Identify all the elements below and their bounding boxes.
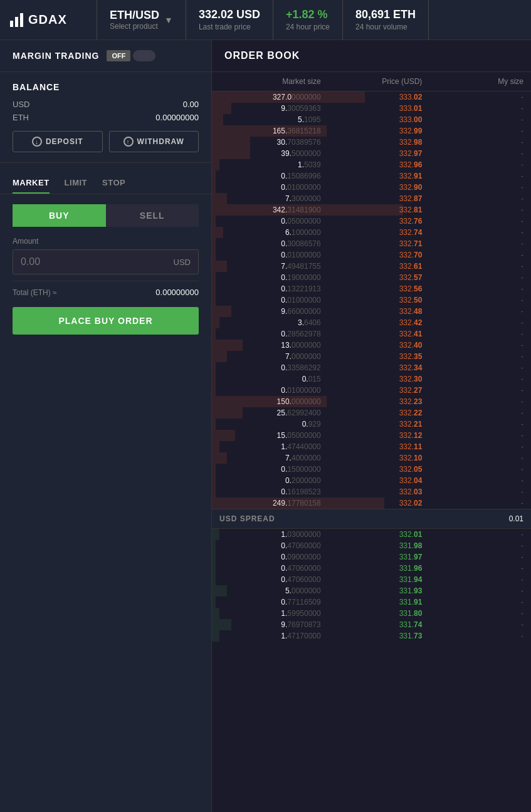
order-row[interactable]: 0.77116509331.91- (212, 596, 531, 608)
cell-price: 333.01 (321, 104, 423, 113)
order-row[interactable]: 0.15000000332.05- (212, 464, 531, 475)
cell-my: - (422, 609, 523, 618)
order-row[interactable]: 0.2000000332.04- (212, 475, 531, 486)
order-row[interactable]: 0.33586292332.34- (212, 362, 531, 373)
withdraw-button[interactable]: ↑ WITHDRAW (109, 131, 199, 152)
order-row[interactable]: 1.59950000331.80- (212, 608, 531, 619)
order-row[interactable]: 6.1000000332.74- (212, 227, 531, 238)
order-row[interactable]: 7.0000000332.35- (212, 351, 531, 362)
cell-market: 1.03000000 (219, 530, 321, 539)
margin-trading-label: MARGIN TRADING (13, 51, 99, 61)
spread-label: USD SPREAD (219, 514, 275, 523)
tab-limit[interactable]: LIMIT (65, 173, 87, 194)
product-selector[interactable]: ETH/USD Select product ▼ (97, 0, 186, 39)
order-row[interactable]: 5.0000000331.93- (212, 585, 531, 596)
cell-price: 332.40 (321, 341, 423, 350)
order-row[interactable]: 25.62992400332.22- (212, 407, 531, 419)
order-row[interactable]: 9.76970873331.74- (212, 619, 531, 630)
order-row[interactable]: 150.0000000332.23- (212, 396, 531, 407)
order-row[interactable]: 9.30059363333.01- (212, 103, 531, 114)
order-row[interactable]: 1.47170000331.73- (212, 630, 531, 642)
tab-stop[interactable]: STOP (102, 173, 125, 194)
order-row[interactable]: 0.13221913332.56- (212, 283, 531, 294)
order-row[interactable]: 327.00000000333.02- (212, 91, 531, 103)
margin-toggle-switch[interactable] (133, 50, 155, 61)
product-label: Select product (110, 22, 159, 31)
cell-market: 0.33586292 (219, 363, 321, 372)
volume-value: 80,691 ETH (355, 8, 416, 21)
order-row[interactable]: 0.01000000332.50- (212, 294, 531, 306)
order-row[interactable]: 0.15086996332.91- (212, 170, 531, 182)
order-row[interactable]: 7.49481755332.61- (212, 261, 531, 272)
order-row[interactable]: 0.01000000332.90- (212, 182, 531, 193)
order-book-title: ORDER BOOK (224, 50, 300, 61)
eth-currency: ETH (13, 113, 29, 122)
cell-my: - (422, 420, 523, 429)
cell-my: - (422, 318, 523, 327)
order-row[interactable]: 0.47060000331.94- (212, 574, 531, 585)
order-row[interactable]: 0.47060000331.98- (212, 540, 531, 551)
order-row[interactable]: 0.01000000332.27- (212, 385, 531, 396)
withdraw-icon: ↑ (124, 137, 134, 147)
app-header: GDAX ETH/USD Select product ▼ 332.02 USD… (0, 0, 531, 40)
order-row[interactable]: 7.4000000332.10- (212, 452, 531, 464)
cell-my: - (422, 206, 523, 214)
column-headers: Market size Price (USD) My size (212, 72, 531, 91)
order-row[interactable]: 15.05000000332.12- (212, 430, 531, 441)
order-row[interactable]: 0.01000000332.70- (212, 249, 531, 261)
order-row[interactable]: 0.16198523332.03- (212, 486, 531, 497)
order-row[interactable]: 5.1095333.00- (212, 114, 531, 125)
cell-market: 0.015 (219, 375, 321, 383)
amount-label: Amount (13, 237, 199, 246)
cell-market: 0.15000000 (219, 465, 321, 474)
order-row[interactable]: 249.17780158332.02- (212, 497, 531, 509)
cell-market: 0.01000000 (219, 251, 321, 259)
sell-button[interactable]: SELL (106, 204, 199, 227)
cell-price: 332.48 (321, 307, 423, 316)
cell-price: 332.10 (321, 454, 423, 462)
cell-market: 0.47060000 (219, 564, 321, 573)
toggle-off-label[interactable]: OFF (107, 50, 130, 61)
place-order-button[interactable]: PLACE BUY ORDER (13, 307, 199, 335)
tab-market[interactable]: MARKET (13, 173, 50, 194)
withdraw-label: WITHDRAW (137, 137, 184, 146)
order-row[interactable]: 0.47060000331.96- (212, 563, 531, 574)
order-row[interactable]: 0.28562978332.41- (212, 328, 531, 340)
cell-price: 332.90 (321, 183, 423, 192)
main-layout: MARGIN TRADING OFF BALANCE USD 0.00 ETH … (0, 40, 531, 812)
order-row[interactable]: 342.31481900332.81- (212, 204, 531, 216)
cell-my: - (422, 620, 523, 629)
amount-input[interactable] (13, 250, 174, 274)
order-row[interactable]: 0.19000000332.57- (212, 272, 531, 283)
order-row[interactable]: 30.70389576332.98- (212, 137, 531, 148)
cell-my: - (422, 228, 523, 237)
cell-market: 0.30086576 (219, 239, 321, 248)
order-row[interactable]: 1.47440000332.11- (212, 441, 531, 452)
buy-button[interactable]: BUY (13, 204, 106, 227)
order-row[interactable]: 1.03000000332.01- (212, 529, 531, 540)
product-name: ETH/USD (110, 9, 159, 22)
order-row[interactable]: 165.36815218332.99- (212, 125, 531, 137)
order-row[interactable]: 7.3000000332.87- (212, 193, 531, 204)
cell-my: - (422, 465, 523, 474)
order-row[interactable]: 0.05000000332.76- (212, 216, 531, 227)
cell-market: 0.16198523 (219, 487, 321, 496)
usd-currency: USD (13, 100, 29, 109)
order-row[interactable]: 3.6406332.42- (212, 317, 531, 328)
cell-price: 332.74 (321, 228, 423, 237)
order-row[interactable]: 0.30086576332.71- (212, 238, 531, 249)
order-row[interactable]: 13.0000000332.40- (212, 340, 531, 351)
deposit-button[interactable]: ↓ DEPOSIT (13, 131, 103, 152)
cell-my: - (422, 564, 523, 573)
cell-market: 9.66000000 (219, 307, 321, 316)
cell-price: 332.03 (321, 487, 423, 496)
order-row[interactable]: 0.09000000331.97- (212, 551, 531, 563)
cell-my: - (422, 487, 523, 496)
order-row[interactable]: 0.015332.30- (212, 373, 531, 385)
order-row[interactable]: 9.66000000332.48- (212, 306, 531, 317)
cell-my: - (422, 330, 523, 338)
spread-row: USD SPREAD 0.01 (212, 509, 531, 529)
order-row[interactable]: 1.5039332.96- (212, 159, 531, 170)
order-row[interactable]: 39.5000000332.97- (212, 148, 531, 159)
order-row[interactable]: 0.929332.21- (212, 419, 531, 430)
